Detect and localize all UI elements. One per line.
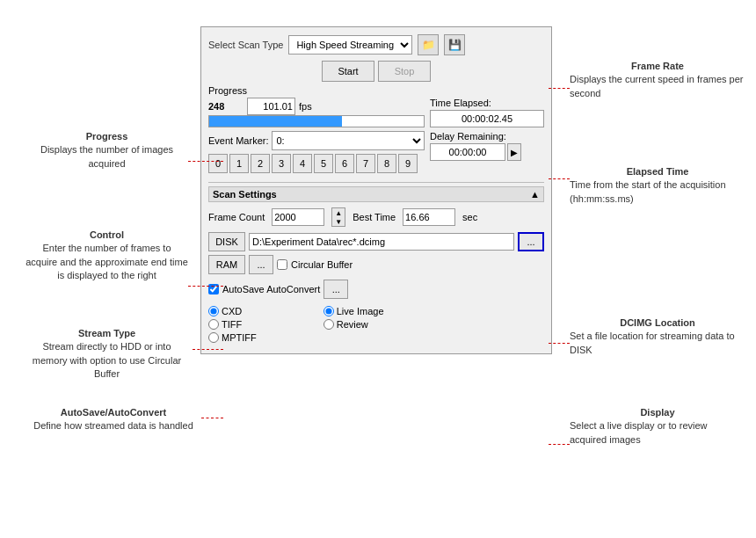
num-1[interactable]: 1 (229, 154, 249, 173)
autosave-browse-button[interactable]: ... (323, 280, 348, 299)
annotation-display-title: Display (570, 406, 745, 419)
spin-down[interactable]: ▼ (332, 217, 345, 226)
annotation-autosave-desc: Define how streamed data is handled (33, 420, 193, 431)
frame-count-input[interactable] (272, 208, 324, 226)
num-2[interactable]: 2 (251, 154, 270, 173)
play-button[interactable]: ▶ (507, 143, 521, 161)
connector-progress (188, 161, 223, 162)
connector-framerate (549, 88, 570, 89)
scan-type-row: Select Scan Type High Speed Streaming St… (208, 34, 544, 55)
delay-value[interactable] (430, 143, 505, 161)
connector-autosave (201, 418, 223, 418)
scan-settings-title: Scan Settings (213, 189, 277, 200)
number-buttons: 0 1 2 3 4 5 6 7 8 9 (208, 154, 425, 173)
display-live-row: Live Image (323, 306, 384, 316)
num-4[interactable]: 4 (293, 154, 312, 173)
progress-row: 248 fps (208, 98, 425, 115)
annotation-elapsed-desc: Time from the start of the acquisition (… (570, 179, 726, 203)
stop-button[interactable]: Stop (378, 61, 431, 82)
event-marker-label: Event Marker: (208, 135, 268, 146)
format-tiff-row: TIFF (208, 319, 257, 330)
display-col: Live Image Review (323, 306, 384, 343)
annotation-control-desc: Enter the number of frames to acquire an… (25, 243, 188, 280)
format-cxd-label: CXD (222, 306, 242, 316)
annotation-dcimg: DCIMG Location Set a file location for s… (570, 316, 745, 357)
section-divider-1 (208, 182, 544, 183)
progress-bar-container (208, 115, 425, 127)
display-review-label: Review (337, 319, 368, 330)
folder-button[interactable]: 📁 (418, 34, 439, 55)
connector-stream (193, 349, 223, 350)
num-5[interactable]: 5 (314, 154, 333, 173)
circular-buffer-checkbox[interactable] (277, 259, 287, 270)
scan-type-select[interactable]: High Speed Streaming Standard Time Lapse (288, 35, 412, 55)
annotation-stream-type: Stream Type Stream directly to HDD or in… (25, 327, 188, 382)
save-icon: 💾 (448, 39, 462, 51)
display-live-label: Live Image (337, 306, 384, 316)
scan-settings-header: Scan Settings ▲ (208, 186, 544, 202)
ram-row: RAM ... Circular Buffer (208, 255, 544, 274)
annotation-framerate-title: Frame Rate (570, 60, 745, 73)
format-tiff-radio[interactable] (208, 319, 219, 330)
time-right: Time Elapsed: Delay Remaining: ▶ (430, 98, 544, 178)
annotation-frame-rate: Frame Rate Displays the current speed in… (570, 60, 745, 100)
format-tiff-label: TIFF (222, 319, 242, 330)
fps-label: fps (299, 101, 312, 112)
num-6[interactable]: 6 (335, 154, 354, 173)
best-time-input[interactable] (403, 208, 455, 226)
disk-browse-button[interactable]: ... (518, 232, 544, 251)
annotation-framerate-desc: Displays the current speed in frames per… (570, 74, 743, 98)
scroll-indicator: ▲ (530, 189, 540, 200)
annotation-elapsed-title: Elapsed Time (570, 165, 745, 178)
annotation-progress-title: Progress (25, 130, 188, 143)
annotation-elapsed: Elapsed Time Time from the start of the … (570, 165, 745, 206)
frame-count-label: Frame Count (208, 212, 265, 222)
num-0[interactable]: 0 (208, 154, 228, 173)
num-8[interactable]: 8 (377, 154, 396, 173)
display-live-radio[interactable] (323, 306, 334, 316)
event-marker-select[interactable]: 0: 1: (272, 131, 425, 150)
sec-label: sec (462, 212, 477, 222)
progress-bar-fill (209, 116, 342, 127)
format-cxd-radio[interactable] (208, 306, 219, 316)
disk-button[interactable]: DISK (208, 232, 245, 251)
connector-control (188, 286, 223, 287)
save-button[interactable]: 💾 (444, 34, 465, 55)
connector-dcimg (549, 343, 570, 344)
format-mptiff-radio[interactable] (208, 332, 219, 343)
format-cxd-row: CXD (208, 306, 257, 316)
start-stop-row: Start Stop (208, 61, 544, 82)
annotation-autosave-title: AutoSave/AutoConvert (25, 406, 201, 419)
display-review-radio[interactable] (323, 319, 334, 330)
num-3[interactable]: 3 (272, 154, 291, 173)
num-7[interactable]: 7 (356, 154, 375, 173)
start-button[interactable]: Start (322, 61, 374, 82)
progress-left: 248 fps Event Marker: 0: 1: 0 1 2 3 (208, 98, 425, 178)
annotation-progress: Progress Displays the number of images a… (25, 130, 188, 171)
annotation-stream-desc: Stream directly to HDD or into memory wi… (33, 341, 181, 379)
event-marker-row: Event Marker: 0: 1: (208, 131, 425, 150)
disk-path-input[interactable] (249, 233, 514, 251)
annotation-display-desc: Select a live display or to review acqui… (570, 420, 708, 444)
connector-elapsed (549, 178, 570, 179)
autosave-label: AutoSave AutoConvert (222, 284, 320, 294)
best-time-label: Best Time (353, 212, 396, 222)
disk-row: DISK ... (208, 232, 544, 251)
format-col: CXD TIFF MPTIFF (208, 306, 257, 343)
elapsed-value[interactable] (430, 110, 544, 127)
connector-display (549, 444, 570, 445)
progress-label: Progress (208, 85, 544, 96)
circular-buffer-label: Circular Buffer (291, 259, 353, 270)
num-9[interactable]: 9 (398, 154, 418, 173)
scan-type-label: Select Scan Type (208, 40, 283, 50)
ram-browse-button[interactable]: ... (249, 255, 273, 274)
progress-count: 248 (208, 101, 244, 112)
spin-up[interactable]: ▲ (332, 208, 345, 217)
annotation-control: Control Enter the number of frames to ac… (25, 229, 188, 283)
ram-button[interactable]: RAM (208, 255, 245, 274)
fps-input[interactable] (247, 98, 295, 115)
frame-count-spinner: ▲ ▼ (331, 207, 345, 227)
format-mptiff-label: MPTIFF (222, 332, 257, 343)
format-mptiff-row: MPTIFF (208, 332, 257, 343)
annotation-stream-title: Stream Type (25, 327, 188, 340)
